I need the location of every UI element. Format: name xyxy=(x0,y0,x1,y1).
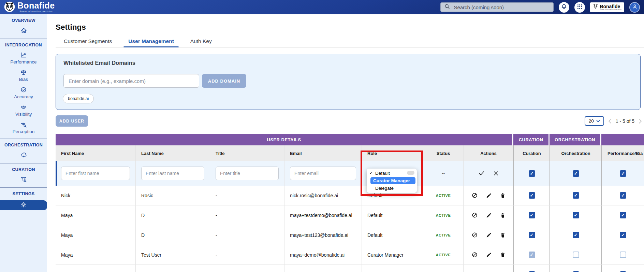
sidebar-item-perception[interactable]: Perception xyxy=(0,121,47,134)
edit-user-button[interactable] xyxy=(486,192,492,199)
cell-actions xyxy=(463,245,513,264)
cell-text: Test User xyxy=(141,252,161,258)
cell-text: nick.rosic@bonafide.ai xyxy=(290,193,338,198)
orchestration-checkbox[interactable] xyxy=(573,252,579,258)
role-option-curator-manager[interactable]: Curator Manager xyxy=(370,177,415,184)
delete-user-button[interactable] xyxy=(500,232,506,238)
sidebar-item-bias[interactable]: Bias xyxy=(0,69,47,82)
cell-text: Default xyxy=(367,213,382,218)
orchestration-checkbox[interactable] xyxy=(573,232,579,238)
sidebar-section-interrogation: INTERROGATION Performance Bias xyxy=(0,39,47,139)
check-icon: ✓ xyxy=(369,170,373,176)
cell-curation-checkbox xyxy=(513,161,550,186)
page-size-select[interactable]: 20 xyxy=(585,116,604,126)
curation-checkbox[interactable] xyxy=(529,232,535,238)
sidebar-header-orchestration: ORCHESTRATION xyxy=(0,143,47,147)
cell-last-name: D xyxy=(135,205,210,225)
cell-text: - xyxy=(216,213,217,218)
block-user-button[interactable] xyxy=(471,252,478,258)
delete-user-button[interactable] xyxy=(500,252,506,258)
block-user-button[interactable] xyxy=(471,232,478,238)
cell-text: D xyxy=(141,232,145,238)
notifications-button[interactable] xyxy=(559,2,569,13)
main-content: Settings Customer Segments User Manageme… xyxy=(47,14,644,272)
cell-curation-checkbox xyxy=(513,186,550,205)
cell-curation-checkbox xyxy=(513,225,550,245)
delete-user-button[interactable] xyxy=(500,192,506,199)
sidebar-item-accuracy[interactable]: Accuracy xyxy=(0,86,47,99)
sidebar-item-visibility[interactable]: Visibility xyxy=(0,104,47,117)
cell-first-name: Last xyxy=(56,265,135,272)
cell-text: Maya xyxy=(61,232,73,238)
edit-user-button[interactable] xyxy=(486,232,492,238)
search-input[interactable] xyxy=(453,4,550,11)
topbar-actions: Bonafide Power information precision xyxy=(440,2,640,13)
add-domain-button[interactable]: ADD DOMAIN xyxy=(202,74,246,88)
user-avatar-button[interactable] xyxy=(629,2,640,13)
performance-checkbox[interactable] xyxy=(620,232,626,238)
title-input[interactable] xyxy=(216,167,279,180)
tab-auth-key[interactable]: Auth Key xyxy=(190,37,212,47)
cell-status: ACTIVE xyxy=(423,225,463,245)
block-user-button[interactable] xyxy=(471,212,478,218)
curation-checkbox[interactable] xyxy=(529,212,535,218)
table-row: Nick Rosic - nick.rosic@bonafide.ai Defa… xyxy=(56,186,644,205)
edit-user-button[interactable] xyxy=(486,252,492,258)
sidebar-item-home[interactable] xyxy=(0,27,47,34)
delete-user-button[interactable] xyxy=(500,212,506,218)
orchestration-checkbox[interactable] xyxy=(573,192,579,199)
performance-checkbox[interactable] xyxy=(620,170,626,177)
cell-orchestration-checkbox xyxy=(550,205,601,225)
cell-text: Nick xyxy=(61,193,70,198)
col-actions: Actions xyxy=(463,145,513,161)
apps-button[interactable] xyxy=(574,2,585,13)
performance-chart-icon xyxy=(20,52,27,58)
cancel-add-user-button[interactable] xyxy=(493,170,499,176)
curation-checkbox[interactable] xyxy=(529,252,535,258)
status-badge: ACTIVE xyxy=(436,194,451,198)
curation-checkbox[interactable] xyxy=(529,170,535,177)
tab-user-management[interactable]: User Management xyxy=(128,37,174,47)
confirm-add-user-button[interactable] xyxy=(478,170,485,177)
cell-title: - xyxy=(210,205,284,225)
cell-first-name: Maya xyxy=(56,245,135,264)
orchestration-checkbox[interactable] xyxy=(573,212,579,218)
edit-user-button[interactable] xyxy=(486,212,492,218)
global-search[interactable] xyxy=(440,2,554,12)
performance-checkbox[interactable] xyxy=(620,252,626,258)
cell-text: Curator Manager xyxy=(367,252,404,258)
pagination: 20 1 - 5 of 5 xyxy=(585,115,642,127)
curation-checkbox[interactable] xyxy=(529,192,535,199)
add-user-button[interactable]: ADD USER xyxy=(56,115,88,127)
cell-status: ACTIVE xyxy=(423,265,463,272)
accuracy-target-icon xyxy=(20,86,27,93)
prev-page-button[interactable] xyxy=(608,118,612,124)
sidebar-header-settings: SETTINGS xyxy=(0,191,47,196)
cell-role: Default xyxy=(362,225,423,245)
cell-role: Default xyxy=(362,265,423,272)
menu-scrollbar[interactable] xyxy=(407,171,414,175)
table-column-header: First Name Last Name Title Email Role St… xyxy=(56,145,644,161)
domain-input[interactable] xyxy=(63,74,199,88)
sidebar-item-curation[interactable] xyxy=(0,176,47,183)
domain-chip[interactable]: bonafide.ai xyxy=(63,94,94,103)
first-name-input[interactable] xyxy=(61,167,130,180)
brand-name: Bonafide xyxy=(17,1,55,10)
block-user-button[interactable] xyxy=(471,192,478,199)
topbar: Bonafide Power information precision xyxy=(0,0,644,14)
next-page-button[interactable] xyxy=(639,118,642,124)
cell-title xyxy=(210,161,284,186)
orchestration-checkbox[interactable] xyxy=(573,170,579,177)
email-input[interactable] xyxy=(290,167,356,180)
performance-checkbox[interactable] xyxy=(620,212,626,218)
perception-eye-search-icon xyxy=(20,121,27,128)
tab-customer-segments[interactable]: Customer Segments xyxy=(64,37,112,47)
role-option-delegate[interactable]: Delegate xyxy=(367,185,417,192)
cell-performance-checkbox xyxy=(601,225,644,245)
sidebar-item-settings[interactable] xyxy=(0,200,47,210)
brand: Bonafide Power information precision xyxy=(4,1,55,13)
sidebar-item-performance[interactable]: Performance xyxy=(0,52,47,65)
last-name-input[interactable] xyxy=(141,167,204,180)
sidebar-item-orchestration[interactable] xyxy=(0,152,47,159)
performance-checkbox[interactable] xyxy=(620,192,626,199)
